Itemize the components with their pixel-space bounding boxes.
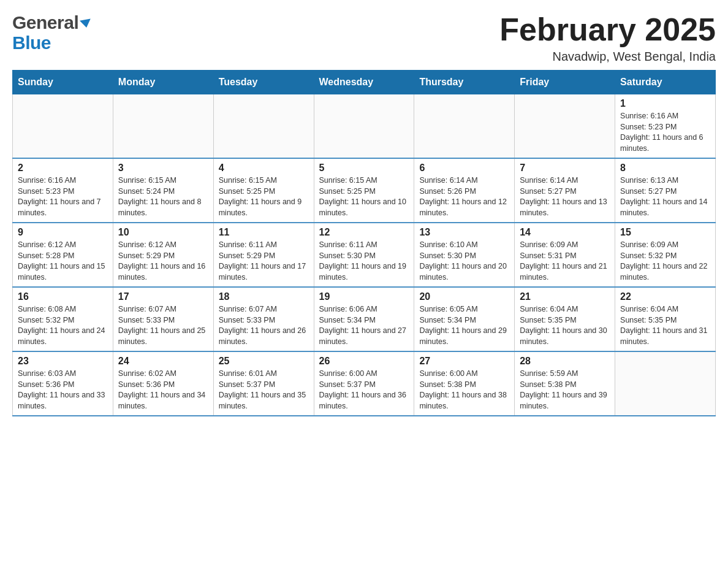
day-info: Sunrise: 6:03 AM Sunset: 5:36 PM Dayligh… xyxy=(18,369,108,412)
day-number: 8 xyxy=(620,163,710,174)
day-info: Sunrise: 6:13 AM Sunset: 5:27 PM Dayligh… xyxy=(620,175,710,218)
table-row: 5Sunrise: 6:15 AM Sunset: 5:25 PM Daylig… xyxy=(314,158,414,223)
header-thursday: Thursday xyxy=(414,71,515,94)
day-number: 21 xyxy=(520,291,610,302)
table-row: 26Sunrise: 6:00 AM Sunset: 5:37 PM Dayli… xyxy=(314,351,414,416)
day-number: 3 xyxy=(118,163,208,174)
logo-line2: Blue xyxy=(12,33,91,53)
table-row xyxy=(213,94,314,159)
day-info: Sunrise: 6:16 AM Sunset: 5:23 PM Dayligh… xyxy=(18,175,108,218)
day-info: Sunrise: 6:08 AM Sunset: 5:32 PM Dayligh… xyxy=(18,304,108,347)
table-row: 13Sunrise: 6:10 AM Sunset: 5:30 PM Dayli… xyxy=(414,223,515,287)
day-number: 22 xyxy=(620,291,710,302)
day-number: 6 xyxy=(419,163,509,174)
day-info: Sunrise: 6:12 AM Sunset: 5:28 PM Dayligh… xyxy=(18,240,108,283)
day-number: 5 xyxy=(319,163,409,174)
table-row: 28Sunrise: 5:59 AM Sunset: 5:38 PM Dayli… xyxy=(515,351,615,416)
header-monday: Monday xyxy=(113,71,213,94)
table-row xyxy=(113,94,213,159)
day-number: 26 xyxy=(319,356,409,367)
day-number: 19 xyxy=(319,291,409,302)
calendar-table: Sunday Monday Tuesday Wednesday Thursday… xyxy=(12,70,716,416)
table-row: 1Sunrise: 6:16 AM Sunset: 5:23 PM Daylig… xyxy=(615,94,716,159)
day-number: 24 xyxy=(118,356,208,367)
day-info: Sunrise: 6:12 AM Sunset: 5:29 PM Dayligh… xyxy=(118,240,208,283)
table-row: 22Sunrise: 6:04 AM Sunset: 5:35 PM Dayli… xyxy=(615,287,716,351)
table-row xyxy=(615,351,716,416)
day-number: 14 xyxy=(520,227,610,238)
day-number: 1 xyxy=(620,98,710,109)
table-row: 24Sunrise: 6:02 AM Sunset: 5:36 PM Dayli… xyxy=(113,351,213,416)
day-number: 2 xyxy=(18,163,108,174)
day-info: Sunrise: 6:05 AM Sunset: 5:34 PM Dayligh… xyxy=(419,304,509,347)
table-row: 17Sunrise: 6:07 AM Sunset: 5:33 PM Dayli… xyxy=(113,287,213,351)
table-row: 16Sunrise: 6:08 AM Sunset: 5:32 PM Dayli… xyxy=(13,287,113,351)
week-row-1: 1Sunrise: 6:16 AM Sunset: 5:23 PM Daylig… xyxy=(13,94,716,159)
day-info: Sunrise: 5:59 AM Sunset: 5:38 PM Dayligh… xyxy=(520,369,610,412)
table-row: 7Sunrise: 6:14 AM Sunset: 5:27 PM Daylig… xyxy=(515,158,615,223)
header-friday: Friday xyxy=(515,71,615,94)
logo-line1: General xyxy=(12,12,91,33)
header-tuesday: Tuesday xyxy=(213,71,314,94)
day-number: 23 xyxy=(18,356,108,367)
table-row: 23Sunrise: 6:03 AM Sunset: 5:36 PM Dayli… xyxy=(13,351,113,416)
day-number: 10 xyxy=(118,227,208,238)
week-row-2: 2Sunrise: 6:16 AM Sunset: 5:23 PM Daylig… xyxy=(13,158,716,223)
table-row xyxy=(13,94,113,159)
week-row-4: 16Sunrise: 6:08 AM Sunset: 5:32 PM Dayli… xyxy=(13,287,716,351)
table-row xyxy=(414,94,515,159)
table-row: 3Sunrise: 6:15 AM Sunset: 5:24 PM Daylig… xyxy=(113,158,213,223)
day-number: 15 xyxy=(620,227,710,238)
day-number: 20 xyxy=(419,291,509,302)
day-info: Sunrise: 6:11 AM Sunset: 5:29 PM Dayligh… xyxy=(219,240,309,283)
table-row: 15Sunrise: 6:09 AM Sunset: 5:32 PM Dayli… xyxy=(615,223,716,287)
table-row: 21Sunrise: 6:04 AM Sunset: 5:35 PM Dayli… xyxy=(515,287,615,351)
day-info: Sunrise: 6:00 AM Sunset: 5:37 PM Dayligh… xyxy=(319,369,409,412)
weekday-header-row: Sunday Monday Tuesday Wednesday Thursday… xyxy=(13,71,716,94)
day-info: Sunrise: 6:14 AM Sunset: 5:26 PM Dayligh… xyxy=(419,175,509,218)
day-info: Sunrise: 6:15 AM Sunset: 5:24 PM Dayligh… xyxy=(118,175,208,218)
day-info: Sunrise: 6:01 AM Sunset: 5:37 PM Dayligh… xyxy=(219,369,309,412)
table-row: 11Sunrise: 6:11 AM Sunset: 5:29 PM Dayli… xyxy=(213,223,314,287)
logo: General Blue xyxy=(12,12,91,53)
day-info: Sunrise: 6:00 AM Sunset: 5:38 PM Dayligh… xyxy=(419,369,509,412)
table-row: 20Sunrise: 6:05 AM Sunset: 5:34 PM Dayli… xyxy=(414,287,515,351)
week-row-3: 9Sunrise: 6:12 AM Sunset: 5:28 PM Daylig… xyxy=(13,223,716,287)
day-number: 17 xyxy=(118,291,208,302)
day-info: Sunrise: 6:15 AM Sunset: 5:25 PM Dayligh… xyxy=(319,175,409,218)
day-number: 9 xyxy=(18,227,108,238)
day-number: 25 xyxy=(219,356,309,367)
table-row: 4Sunrise: 6:15 AM Sunset: 5:25 PM Daylig… xyxy=(213,158,314,223)
day-info: Sunrise: 6:06 AM Sunset: 5:34 PM Dayligh… xyxy=(319,304,409,347)
page-header: General Blue February 2025 Navadwip, Wes… xyxy=(12,12,716,64)
header-wednesday: Wednesday xyxy=(314,71,414,94)
table-row: 27Sunrise: 6:00 AM Sunset: 5:38 PM Dayli… xyxy=(414,351,515,416)
table-row: 19Sunrise: 6:06 AM Sunset: 5:34 PM Dayli… xyxy=(314,287,414,351)
day-number: 16 xyxy=(18,291,108,302)
table-row: 12Sunrise: 6:11 AM Sunset: 5:30 PM Dayli… xyxy=(314,223,414,287)
table-row: 14Sunrise: 6:09 AM Sunset: 5:31 PM Dayli… xyxy=(515,223,615,287)
day-info: Sunrise: 6:11 AM Sunset: 5:30 PM Dayligh… xyxy=(319,240,409,283)
day-number: 11 xyxy=(219,227,309,238)
day-number: 18 xyxy=(219,291,309,302)
location: Navadwip, West Bengal, India xyxy=(499,50,716,64)
table-row xyxy=(515,94,615,159)
table-row: 2Sunrise: 6:16 AM Sunset: 5:23 PM Daylig… xyxy=(13,158,113,223)
day-info: Sunrise: 6:04 AM Sunset: 5:35 PM Dayligh… xyxy=(520,304,610,347)
day-number: 13 xyxy=(419,227,509,238)
table-row: 18Sunrise: 6:07 AM Sunset: 5:33 PM Dayli… xyxy=(213,287,314,351)
header-sunday: Sunday xyxy=(13,71,113,94)
day-info: Sunrise: 6:02 AM Sunset: 5:36 PM Dayligh… xyxy=(118,369,208,412)
table-row: 9Sunrise: 6:12 AM Sunset: 5:28 PM Daylig… xyxy=(13,223,113,287)
table-row: 6Sunrise: 6:14 AM Sunset: 5:26 PM Daylig… xyxy=(414,158,515,223)
week-row-5: 23Sunrise: 6:03 AM Sunset: 5:36 PM Dayli… xyxy=(13,351,716,416)
table-row: 10Sunrise: 6:12 AM Sunset: 5:29 PM Dayli… xyxy=(113,223,213,287)
month-title: February 2025 xyxy=(499,12,716,47)
day-info: Sunrise: 6:15 AM Sunset: 5:25 PM Dayligh… xyxy=(219,175,309,218)
day-number: 27 xyxy=(419,356,509,367)
day-info: Sunrise: 6:14 AM Sunset: 5:27 PM Dayligh… xyxy=(520,175,610,218)
table-row xyxy=(314,94,414,159)
day-info: Sunrise: 6:09 AM Sunset: 5:32 PM Dayligh… xyxy=(620,240,710,283)
day-info: Sunrise: 6:09 AM Sunset: 5:31 PM Dayligh… xyxy=(520,240,610,283)
day-number: 7 xyxy=(520,163,610,174)
